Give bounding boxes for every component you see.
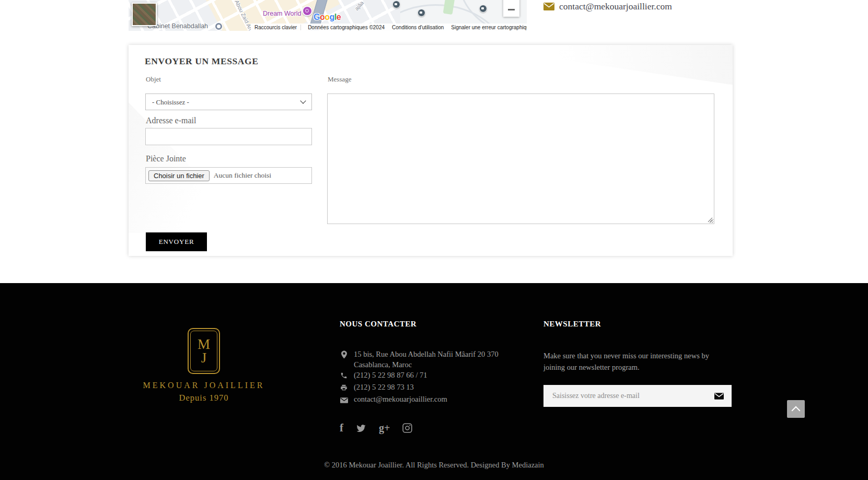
form-title: ENVOYER UN MESSAGE <box>145 56 259 67</box>
envelope-icon <box>543 3 554 10</box>
message-textarea[interactable] <box>327 93 714 224</box>
phone-text: (212) 5 22 98 87 66 / 71 <box>354 370 427 380</box>
form-left-column: Objet - Choisissez - Adresse e-mail Pièc… <box>145 75 312 184</box>
contact-heading: NOUS CONTACTER <box>340 320 512 329</box>
address-text: 15 bis, Rue Abou Abdellah Nafii Mâarif 2… <box>354 349 499 370</box>
map-data-text: Données cartographiques ©2024 <box>304 25 388 30</box>
subject-select[interactable]: - Choisissez - <box>145 93 312 110</box>
file-status-text: Aucun fichier choisi <box>214 171 271 180</box>
monogram-letter-m: M <box>198 337 210 351</box>
subject-select-wrap: - Choisissez - <box>145 93 312 110</box>
google-plus-icon[interactable]: g+ <box>379 422 390 434</box>
footer-contact-column: NOUS CONTACTER 15 bis, Rue Abou Abdellah… <box>340 320 512 406</box>
copyright-text: © 2016 Mekouar Joaillier. All Rights Res… <box>324 461 512 469</box>
satellite-view-toggle[interactable] <box>132 3 157 26</box>
bus-stop-icon[interactable] <box>479 5 487 13</box>
twitter-icon[interactable] <box>356 424 366 432</box>
brand-name: MEKOUAR JOAILLIER <box>137 381 271 390</box>
terms-of-use-link[interactable]: Conditions d'utilisation <box>388 25 447 30</box>
google-logo-letter: G <box>314 13 320 21</box>
newsletter-form <box>543 385 732 407</box>
map-zoom-out-button[interactable] <box>503 0 519 17</box>
social-links: f g+ <box>340 421 412 435</box>
footer-newsletter-column: NEWSLETTER Make sure that you never miss… <box>543 320 732 407</box>
monogram-frame-icon: M J <box>188 328 220 374</box>
brand-tagline: Depuis 1970 <box>137 393 271 403</box>
envelope-icon <box>340 395 348 406</box>
choose-file-button[interactable]: Choisir un fichier <box>148 170 210 181</box>
contact-page: Abou Zaid Ari ajâa Cabinet Benabdallah D… <box>0 0 868 480</box>
newsletter-email-input[interactable] <box>543 392 707 400</box>
email-row: contact@mekouarjoaillier.com <box>340 394 512 406</box>
google-logo-letter: o <box>320 13 325 21</box>
fax-row: (212) 5 22 98 73 13 <box>340 382 512 394</box>
google-logo[interactable]: Google <box>314 13 341 22</box>
instagram-icon[interactable] <box>402 423 412 433</box>
address-line-1: 15 bis, Rue Abou Abdellah Nafii Mâarif 2… <box>354 349 499 359</box>
form-right-column: Message <box>327 75 714 226</box>
map-poi-label: Dream World <box>263 10 301 17</box>
copyright-bar: © 2016 Mekouar Joaillier. All Rights Res… <box>0 461 868 470</box>
bus-stop-icon[interactable] <box>392 1 400 8</box>
fax-icon <box>340 383 348 394</box>
google-logo-letter: e <box>337 13 341 21</box>
monogram-letter-j: J <box>201 351 207 365</box>
google-logo-letter: g <box>330 13 334 21</box>
address-row: 15 bis, Rue Abou Abdellah Nafii Mâarif 2… <box>340 349 512 370</box>
envelope-icon <box>714 393 724 400</box>
attachment-label: Pièce Jointe <box>146 154 312 163</box>
report-map-error-link[interactable]: Signaler une erreur cartographique <box>447 25 527 30</box>
ferris-wheel-glyph <box>305 9 309 13</box>
keyboard-shortcuts-link[interactable]: Raccourcis clavier <box>251 25 301 30</box>
contact-rows: 15 bis, Rue Abou Abdellah Nafii Mâarif 2… <box>340 349 512 406</box>
address-line-2: Casablanca, Maroc <box>354 359 499 370</box>
minus-icon <box>508 9 515 10</box>
bus-stop-icon[interactable] <box>418 9 425 17</box>
subject-label: Objet <box>146 75 312 84</box>
contact-form-card: ENVOYER UN MESSAGE Objet - Choisissez - … <box>129 45 733 256</box>
facebook-icon[interactable]: f <box>340 422 343 435</box>
message-label: Message <box>328 75 714 84</box>
newsletter-submit-button[interactable] <box>707 385 732 407</box>
fax-text: (212) 5 22 98 73 13 <box>354 382 414 392</box>
map-pin-icon <box>340 350 348 361</box>
email-input[interactable] <box>145 128 312 145</box>
footer-logo: M J MEKOUAR JOAILLIER Depuis 1970 <box>137 328 271 403</box>
map-attribution-bar: Raccourcis clavier Données cartographiqu… <box>251 24 527 31</box>
scroll-to-top-button[interactable] <box>787 400 805 418</box>
newsletter-heading: NEWSLETTER <box>543 320 732 329</box>
footer-email-link[interactable]: contact@mekouarjoaillier.com <box>354 394 447 404</box>
header-email-text: contact@mekouarjoaillier.com <box>559 1 672 12</box>
phone-icon <box>340 371 348 382</box>
phone-row: (212) 5 22 98 87 66 / 71 <box>340 370 512 382</box>
header-email-link[interactable]: contact@mekouarjoaillier.com <box>543 1 672 12</box>
map-place-marker-icon[interactable] <box>215 23 222 30</box>
send-button[interactable]: ENVOYER <box>146 232 207 251</box>
google-logo-letter: o <box>325 13 329 21</box>
attachment-file-input[interactable]: Choisir un fichier Aucun fichier choisi <box>145 167 312 184</box>
designer-link[interactable]: Mediazain <box>512 461 544 469</box>
email-label: Adresse e-mail <box>146 115 312 125</box>
google-map[interactable]: Abou Zaid Ari ajâa Cabinet Benabdallah D… <box>129 0 527 31</box>
chevron-up-icon <box>792 406 801 415</box>
footer: M J MEKOUAR JOAILLIER Depuis 1970 NOUS C… <box>0 283 868 480</box>
newsletter-text: Make sure that you never miss our intere… <box>543 350 726 373</box>
amusement-park-pin-icon[interactable] <box>302 6 313 16</box>
